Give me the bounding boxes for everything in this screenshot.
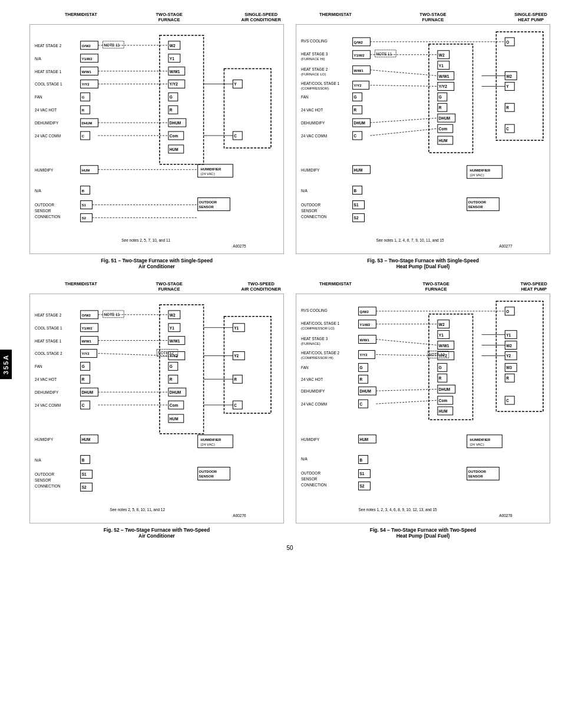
svg-text:NOTE 11: NOTE 11: [104, 43, 120, 47]
svg-text:SENSOR: SENSOR: [199, 205, 214, 209]
svg-text:G: G: [439, 365, 442, 370]
svg-text:(FURNACE HI): (FURNACE HI): [301, 57, 325, 61]
svg-line-157: [370, 129, 437, 136]
fig51-col3: SINGLE-SPEEDAIR CONDITIONER: [242, 12, 282, 22]
svg-text:HEAT STAGE 1: HEAT STAGE 1: [35, 339, 62, 343]
fig53-col-headers: THERMIDISTAT TWO-STAGEFURNACE SINGLE-SPE…: [296, 12, 550, 22]
svg-text:HEAT/COOL STAGE 1: HEAT/COOL STAGE 1: [301, 81, 340, 85]
side-label: 355A: [0, 349, 12, 378]
svg-text:(COMPRESSOR): (COMPRESSOR): [301, 87, 329, 90]
svg-text:C: C: [234, 403, 237, 407]
svg-text:G: G: [354, 95, 357, 99]
svg-text:24 VAC HOT: 24 VAC HOT: [301, 108, 323, 112]
svg-text:N/A: N/A: [35, 189, 41, 193]
svg-text:Y/Y2: Y/Y2: [82, 352, 90, 355]
svg-text:G: G: [439, 95, 442, 99]
svg-text:HUMIDIFY: HUMIDIFY: [35, 437, 54, 442]
svg-text:R: R: [82, 377, 85, 381]
fig51-caption-sub: Air Conditioner: [29, 263, 284, 269]
fig53-caption-sub: Heat Pump (Dual Fuel): [296, 263, 550, 269]
svg-text:FAN: FAN: [301, 95, 309, 99]
fig52-diagram: HEAT STAGE 2 COOL STAGE 1 HEAT STAGE 1 C…: [29, 294, 284, 523]
svg-text:NOTE 11: NOTE 11: [104, 312, 120, 317]
svg-text:C: C: [82, 134, 85, 138]
svg-text:HEAT/COOL STAGE 2: HEAT/COOL STAGE 2: [301, 351, 340, 355]
svg-text:SENSOR: SENSOR: [468, 205, 484, 209]
svg-text:SENSOR: SENSOR: [301, 477, 318, 481]
fig54-col3: TWO-SPEEDHEAT PUMP: [521, 281, 547, 292]
svg-text:HEAT/COOL STAGE 1: HEAT/COOL STAGE 1: [301, 321, 340, 325]
svg-text:R: R: [506, 376, 509, 380]
svg-text:W/W1: W/W1: [360, 338, 370, 342]
svg-text:See notes 2, 5, 8, 10, 11, and: See notes 2, 5, 8, 10, 11, and 12: [110, 508, 165, 512]
svg-text:(COMPRESSOR HI): (COMPRESSOR HI): [301, 356, 333, 360]
svg-text:R: R: [82, 108, 85, 112]
svg-text:W/W1: W/W1: [170, 70, 180, 74]
svg-text:N/A: N/A: [35, 458, 41, 462]
svg-text:G: G: [170, 364, 173, 368]
svg-text:DEHUMIDIFY: DEHUMIDIFY: [35, 390, 59, 394]
svg-text:Y2: Y2: [234, 354, 239, 358]
svg-text:Com: Com: [170, 403, 178, 407]
svg-text:HUMIDIFIER: HUMIDIFIER: [470, 169, 491, 172]
svg-text:HEAT STAGE 2: HEAT STAGE 2: [35, 44, 62, 48]
svg-text:HUMIDIFY: HUMIDIFY: [35, 168, 54, 172]
svg-text:A00275: A00275: [233, 244, 246, 248]
fig51-block: THERMIDISTAT TWO-STAGEFURNACE SINGLE-SPE…: [29, 12, 284, 269]
svg-text:HEAT STAGE 1: HEAT STAGE 1: [35, 70, 62, 74]
svg-text:W/W1: W/W1: [354, 69, 364, 73]
svg-text:HUMIDIFIER: HUMIDIFIER: [201, 167, 222, 171]
svg-text:DHUM: DHUM: [82, 390, 93, 394]
fig52-col-headers: THERMIDISTAT TWO-STAGEFURNACE TWO-SPEEDA…: [29, 281, 284, 292]
svg-text:Y1: Y1: [439, 64, 444, 68]
svg-text:FAN: FAN: [35, 364, 42, 368]
fig52-block: THERMIDISTAT TWO-STAGEFURNACE TWO-SPEEDA…: [29, 281, 284, 539]
svg-rect-237: [224, 317, 271, 413]
fig52-caption-sub: Air Conditioner: [29, 533, 284, 539]
svg-text:R: R: [439, 106, 442, 110]
svg-line-155: [370, 85, 437, 86]
svg-text:24 VAC COMM: 24 VAC COMM: [301, 402, 327, 406]
svg-text:S1: S1: [82, 203, 87, 207]
svg-text:See notes 1, 2, 3, 4, 6, 8, 9,: See notes 1, 2, 3, 4, 6, 8, 9, 10, 12, 1…: [359, 508, 438, 512]
svg-text:24 VAC HOT: 24 VAC HOT: [35, 108, 57, 112]
main-content: THERMIDISTAT TWO-STAGEFURNACE SINGLE-SPE…: [29, 12, 550, 551]
fig54-diagram: RVS COOLING HEAT/COOL STAGE 1 (COMPRESSO…: [296, 294, 550, 523]
svg-text:Y/Y2: Y/Y2: [360, 353, 368, 357]
svg-text:N/A: N/A: [301, 457, 308, 461]
svg-text:HUMIDIFIER: HUMIDIFIER: [470, 438, 491, 442]
svg-text:SENSOR: SENSOR: [35, 478, 51, 482]
fig53-col1: THERMIDISTAT: [319, 12, 352, 22]
fig54-caption: Fig. 54 – Two-Stage Furnace with Two-Spe…: [296, 527, 550, 533]
svg-text:W2: W2: [170, 313, 176, 317]
fig52-col3: TWO-SPEEDAIR CONDITIONER: [242, 281, 282, 292]
fig54-block: THERMIDISTAT TWO-STAGEFURNACE TWO-SPEEDH…: [296, 281, 550, 539]
svg-text:HUM: HUM: [82, 169, 90, 172]
svg-text:HUMIDIFY: HUMIDIFY: [301, 168, 320, 172]
svg-text:Y/Y2: Y/Y2: [439, 84, 447, 88]
svg-text:Y1: Y1: [439, 333, 444, 337]
svg-rect-62: [224, 69, 271, 148]
svg-text:R: R: [234, 377, 237, 381]
svg-text:S1: S1: [82, 472, 87, 476]
svg-text:Y: Y: [234, 82, 237, 86]
svg-text:(COMPRESSOR LO): (COMPRESSOR LO): [301, 327, 335, 330]
svg-text:DEHUMIDIFY: DEHUMIDIFY: [301, 389, 325, 393]
svg-text:COOL STAGE 1: COOL STAGE 1: [35, 326, 62, 330]
svg-text:G: G: [82, 364, 85, 368]
svg-text:C: C: [506, 398, 509, 403]
svg-text:(24 VAC): (24 VAC): [470, 443, 484, 446]
fig51-col-headers: THERMIDISTAT TWO-STAGEFURNACE SINGLE-SPE…: [29, 12, 284, 22]
svg-text:W/W1: W/W1: [439, 74, 449, 78]
svg-text:R: R: [439, 376, 442, 380]
svg-text:B: B: [82, 458, 85, 462]
svg-text:OUTDOOR: OUTDOOR: [35, 203, 54, 207]
svg-text:24 VAC HOT: 24 VAC HOT: [35, 377, 57, 381]
svg-text:HUM: HUM: [439, 139, 448, 143]
svg-text:HEAT STAGE 2: HEAT STAGE 2: [35, 313, 62, 317]
svg-text:CONNECTION: CONNECTION: [35, 484, 61, 488]
svg-text:N/A: N/A: [301, 189, 308, 193]
svg-text:DHUM: DHUM: [439, 387, 450, 391]
svg-text:Y1: Y1: [506, 333, 511, 337]
svg-text:W/W1: W/W1: [170, 339, 180, 343]
